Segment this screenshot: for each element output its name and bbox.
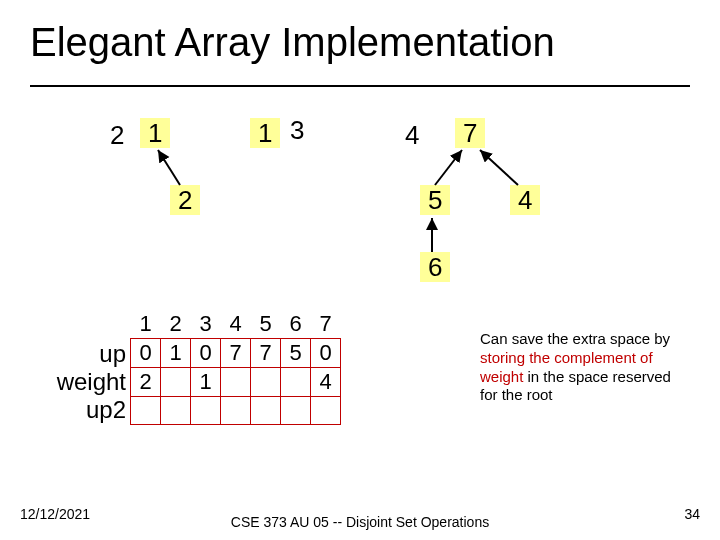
sidenote: Can save the extra space by storing the … (480, 330, 690, 405)
cell: 7 (251, 339, 281, 368)
footer-page: 34 (684, 506, 700, 522)
table-row: 0 1 0 7 7 5 0 (131, 339, 341, 368)
header-cell: 7 (311, 310, 341, 339)
row-label-up: up (99, 340, 126, 368)
tree-arrows (0, 0, 720, 540)
header-cell: 4 (221, 310, 251, 339)
cell: 1 (161, 339, 191, 368)
cell: 0 (191, 339, 221, 368)
cell (221, 397, 251, 425)
cell: 5 (281, 339, 311, 368)
cell: 4 (311, 368, 341, 397)
svg-line-2 (480, 150, 518, 185)
table: 1 2 3 4 5 6 7 0 1 0 7 7 5 0 2 1 (130, 310, 341, 425)
cell (251, 368, 281, 397)
header-cell: 2 (161, 310, 191, 339)
header-cell: 6 (281, 310, 311, 339)
slide: Elegant Array Implementation 2 1 2 1 3 4… (0, 0, 720, 540)
cell (161, 368, 191, 397)
header-cell: 5 (251, 310, 281, 339)
svg-line-1 (435, 150, 462, 185)
cell (221, 368, 251, 397)
array-table: 1 2 3 4 5 6 7 0 1 0 7 7 5 0 2 1 (130, 310, 341, 425)
cell: 0 (131, 339, 161, 368)
cell: 0 (311, 339, 341, 368)
svg-line-0 (158, 150, 180, 185)
footer-center: CSE 373 AU 05 -- Disjoint Set Operations (0, 514, 720, 530)
cell (311, 397, 341, 425)
table-header-row: 1 2 3 4 5 6 7 (131, 310, 341, 339)
cell (191, 397, 221, 425)
row-label-up2: up2 (86, 396, 126, 424)
cell (161, 397, 191, 425)
cell (281, 368, 311, 397)
row-label-weight: weight (57, 368, 126, 396)
cell: 1 (191, 368, 221, 397)
sidenote-text: Can save the extra space by (480, 330, 670, 347)
header-cell: 3 (191, 310, 221, 339)
table-row (131, 397, 341, 425)
cell: 2 (131, 368, 161, 397)
header-cell: 1 (131, 310, 161, 339)
cell (251, 397, 281, 425)
cell (281, 397, 311, 425)
cell: 7 (221, 339, 251, 368)
table-row: 2 1 4 (131, 368, 341, 397)
cell (131, 397, 161, 425)
